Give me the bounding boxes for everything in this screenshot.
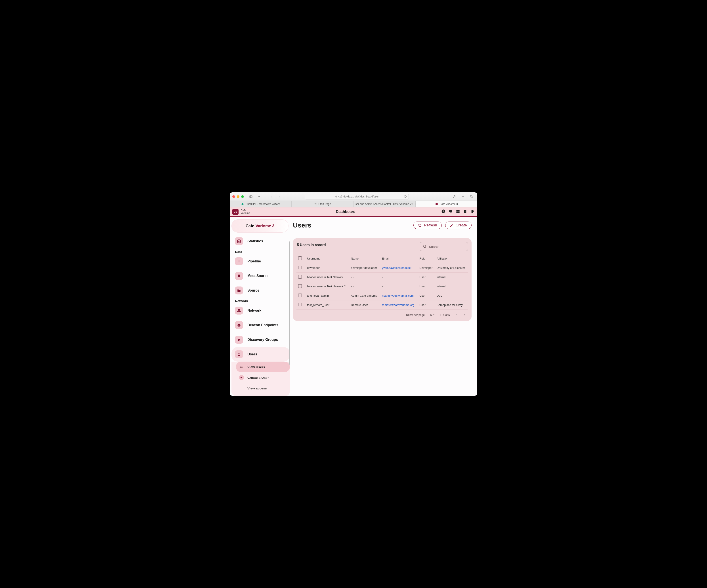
table-row[interactable]: beacon user in Test Network 2- --Userint… — [297, 282, 468, 291]
svg-rect-16 — [456, 210, 458, 211]
sidebar-item-label: Discovery Groups — [247, 338, 278, 342]
sidebar-subitem-view-access[interactable]: View access — [236, 383, 290, 393]
share-icon[interactable] — [452, 194, 458, 199]
zoom-window-button[interactable] — [241, 195, 244, 198]
cell-email: - — [380, 282, 417, 291]
svg-point-36 — [238, 353, 239, 354]
sidebar-section-network: Network — [232, 298, 290, 303]
select-all-checkbox[interactable] — [298, 256, 302, 260]
list-icon — [239, 364, 244, 369]
sidebar-item-network[interactable]: Network — [232, 303, 290, 318]
rows-per-page-select[interactable]: 5 — [430, 314, 435, 317]
grid-icon[interactable] — [456, 209, 460, 214]
sidebar-item-statistics[interactable]: Statistics — [232, 234, 290, 249]
back-button[interactable] — [268, 194, 275, 199]
svg-rect-19 — [458, 211, 460, 213]
browser-tab[interactable]: ChatGPT - Markdown Wizard — [230, 201, 292, 207]
cell-email: yw554@leicester.ac.uk — [380, 263, 417, 272]
cell-role: User — [417, 291, 435, 300]
col-affiliation: Affiliation — [435, 254, 468, 263]
url-bar[interactable]: cv3-dev.le.ac.uk/#/dashboard/user — [305, 194, 409, 199]
row-checkbox[interactable] — [298, 266, 302, 269]
refresh-icon — [418, 224, 422, 227]
logout-icon[interactable] — [470, 209, 475, 214]
table-row[interactable]: beacon user in Test Network- --Userinter… — [297, 272, 468, 282]
sidebar-item-users[interactable]: Users — [232, 347, 290, 362]
folder-icon — [235, 287, 243, 294]
refresh-button[interactable]: Refresh — [413, 222, 442, 229]
sidebar-item-source[interactable]: Source — [232, 283, 290, 298]
reload-icon[interactable] — [404, 195, 407, 198]
close-window-button[interactable] — [232, 195, 235, 198]
svg-point-20 — [465, 211, 466, 212]
browser-tab[interactable]: Start Page — [292, 201, 354, 207]
cell-affiliation: University of Leicester — [435, 263, 468, 272]
cell-name: developer developer — [349, 263, 380, 272]
row-checkbox[interactable] — [298, 275, 302, 279]
network-icon — [235, 306, 243, 315]
profile-icon[interactable] — [463, 209, 467, 214]
sidebar-item-beacon[interactable]: Beacon Endpoints — [232, 318, 290, 332]
svg-point-14 — [449, 210, 452, 212]
sidebar-subitem-view-users[interactable]: View Users — [236, 362, 290, 372]
row-checkbox[interactable] — [298, 284, 302, 288]
sidebar: Cafe Variome 3 Statistics Data Pipeline … — [230, 217, 290, 396]
email-link[interactable]: remote@cafevariome.org — [382, 303, 414, 306]
email-link[interactable]: nsanuhya65@gmail.com — [382, 294, 414, 297]
prev-page-button[interactable] — [455, 313, 458, 317]
cell-email: nsanuhya65@gmail.com — [380, 291, 417, 300]
browser-tab[interactable]: User and Admin Access Control · Cafe Var… — [354, 201, 416, 207]
table-row[interactable]: test_remote_userRemote Userremote@cafeva… — [297, 300, 468, 310]
sidebar-item-meta-source[interactable]: Meta Source — [232, 268, 290, 283]
svg-marker-9 — [314, 203, 317, 205]
search-icon[interactable] — [448, 209, 453, 214]
search-input[interactable]: Search — [420, 242, 468, 251]
records-count: 5 Users in record — [297, 242, 326, 247]
chatgpt-favicon-icon — [241, 203, 244, 206]
svg-rect-23 — [239, 241, 239, 242]
page-range: 1–5 of 5 — [440, 314, 450, 317]
cell-role: User — [417, 272, 435, 282]
users-card: 5 Users in record Search Username Name E… — [293, 238, 472, 321]
page-title: Users — [293, 222, 311, 229]
svg-point-35 — [239, 339, 240, 340]
pencil-icon — [450, 224, 453, 227]
create-button[interactable]: Create — [445, 222, 472, 229]
svg-rect-13 — [443, 210, 444, 211]
url-text: cv3-dev.le.ac.uk/#/dashboard/user — [338, 195, 379, 198]
email-link[interactable]: yw554@leicester.ac.uk — [382, 266, 411, 269]
svg-point-34 — [238, 339, 239, 340]
row-checkbox[interactable] — [298, 294, 302, 297]
tab-overview-icon[interactable] — [468, 194, 475, 199]
next-page-button[interactable] — [463, 313, 467, 317]
minimize-window-button[interactable] — [237, 195, 239, 198]
table-row[interactable]: developerdeveloper developeryw554@leices… — [297, 263, 468, 272]
col-username: Username — [305, 254, 349, 263]
svg-rect-30 — [237, 311, 239, 312]
info-icon[interactable] — [441, 209, 445, 214]
svg-rect-10 — [436, 203, 438, 205]
meta-source-icon — [235, 272, 243, 280]
new-tab-icon[interactable] — [460, 194, 466, 199]
svg-rect-0 — [249, 195, 252, 197]
sidebar-toggle-icon[interactable] — [248, 194, 254, 199]
sidebar-subitem-create-user[interactable]: Create a User — [236, 372, 290, 383]
svg-line-15 — [451, 212, 452, 213]
sidebar-item-pipeline[interactable]: Pipeline — [232, 254, 290, 268]
tab-group-chevron-icon[interactable] — [256, 194, 262, 199]
forward-button[interactable] — [276, 194, 282, 199]
cell-name: - - — [349, 282, 380, 291]
sidebar-subitem-label: View Users — [247, 365, 265, 369]
sidebar-item-discovery-groups[interactable]: Discovery Groups — [232, 332, 290, 347]
cell-role: User — [417, 300, 435, 310]
table-row[interactable]: anu_local_adminAdmin Cafe Variomensanuhy… — [297, 291, 468, 300]
cell-name: Admin Cafe Variome — [349, 291, 380, 300]
col-role: Role — [417, 254, 435, 263]
search-placeholder: Search — [429, 245, 439, 249]
cell-role: Developer — [417, 263, 435, 272]
browser-tab[interactable]: Cafe Variome 3 — [416, 201, 477, 207]
row-checkbox[interactable] — [298, 303, 302, 306]
sidebar-item-label: Source — [247, 289, 259, 292]
cell-affiliation: UoL — [435, 291, 468, 300]
svg-point-40 — [240, 366, 240, 366]
